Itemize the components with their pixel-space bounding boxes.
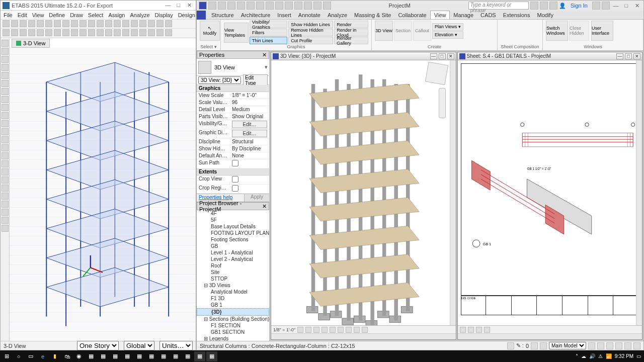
tool-button[interactable]	[37, 29, 44, 36]
menu-file[interactable]: File	[4, 12, 13, 18]
property-row[interactable]: Scale Value 1:96	[197, 99, 269, 106]
task-view-icon[interactable]: ▭	[25, 351, 36, 361]
browser-item[interactable]: {3D}	[197, 308, 269, 316]
side-tool[interactable]	[2, 185, 9, 192]
property-row[interactable]: DisciplineStructural	[197, 138, 269, 145]
tool-button[interactable]	[97, 20, 104, 27]
qat-open-icon[interactable]	[208, 2, 216, 10]
vcb-icon[interactable]	[468, 327, 474, 333]
side-tool[interactable]	[2, 112, 9, 119]
property-value[interactable]: Edit…	[232, 130, 267, 137]
viewcube[interactable]	[425, 62, 448, 85]
property-value[interactable]	[230, 159, 269, 168]
app-icon[interactable]: ▦	[86, 351, 97, 361]
visual-style-icon[interactable]	[305, 327, 311, 333]
tray-chevron-icon[interactable]: ˄	[576, 353, 578, 359]
tool-button[interactable]	[62, 20, 69, 27]
side-tool[interactable]	[2, 48, 9, 55]
tab-view[interactable]: View	[430, 11, 450, 19]
status-icon[interactable]	[633, 342, 640, 349]
tool-button[interactable]	[45, 20, 52, 27]
minimize-button[interactable]: —	[164, 2, 173, 8]
maximize-button[interactable]: □	[625, 53, 632, 59]
revit-3d-canvas[interactable]	[271, 60, 456, 325]
tab-analyze[interactable]: Analyze	[324, 11, 351, 19]
browser-item[interactable]: STTOP	[197, 276, 269, 282]
view-templates-button[interactable]: View Templates	[224, 23, 249, 43]
maximize-button[interactable]: □	[622, 3, 631, 9]
browser-item[interactable]: ⊟ Sections (Building Section)	[197, 316, 269, 322]
browser-item[interactable]: GB 1	[197, 302, 269, 308]
property-row[interactable]: View Scale1/8" = 1'-0"	[197, 92, 269, 99]
tab-extensions[interactable]: Extensions	[500, 11, 534, 19]
cut-profile-button[interactable]: Cut Profile	[288, 37, 333, 44]
menu-assign[interactable]: Assign	[108, 12, 125, 18]
user-interface-button[interactable]: User Interface	[591, 21, 613, 41]
tool-button[interactable]	[165, 20, 172, 27]
property-value[interactable]: Structural	[230, 138, 269, 145]
app-menu-button[interactable]	[199, 2, 207, 10]
crop-region-icon[interactable]	[338, 327, 344, 333]
side-tool[interactable]	[2, 217, 9, 224]
app-icon[interactable]: ▦	[182, 351, 193, 361]
app-icon[interactable]: ▦	[98, 351, 109, 361]
property-row[interactable]: Visibility/Graph…Edit…	[197, 120, 269, 129]
property-value[interactable]	[230, 175, 269, 184]
tool-button[interactable]	[88, 29, 95, 36]
status-icon[interactable]	[597, 342, 604, 349]
edit-type-button[interactable]: Edit Type	[243, 74, 268, 86]
favorite-icon[interactable]	[549, 2, 557, 10]
tab-manage[interactable]: Manage	[450, 11, 477, 19]
edge-icon[interactable]: e	[37, 351, 48, 361]
reveal-icon[interactable]	[362, 327, 368, 333]
side-tool[interactable]	[2, 104, 9, 111]
side-tool[interactable]	[2, 144, 9, 151]
app-icon[interactable]: ▦	[158, 351, 169, 361]
side-tool[interactable]	[2, 225, 9, 232]
thin-lines-button[interactable]: Thin Lines	[250, 37, 287, 44]
browser-item[interactable]: 5F	[197, 217, 269, 223]
minimize-button[interactable]: —	[616, 53, 623, 59]
status-icon[interactable]	[540, 342, 547, 349]
tool-button[interactable]	[131, 29, 138, 36]
maximize-button[interactable]: □	[174, 2, 183, 8]
tool-button[interactable]	[71, 20, 78, 27]
switch-windows-button[interactable]: Switch Windows	[546, 21, 568, 41]
tab-architecture[interactable]: Architecture	[237, 11, 274, 19]
scrollbar-vertical[interactable]	[450, 60, 456, 325]
browser-item[interactable]: Roof	[197, 262, 269, 269]
menu-select[interactable]: Select	[88, 12, 104, 18]
tool-button[interactable]	[139, 20, 146, 27]
status-icon[interactable]	[507, 342, 514, 349]
side-tool[interactable]	[2, 72, 9, 79]
menu-design[interactable]: Design	[178, 12, 195, 18]
qat-button[interactable]	[256, 2, 264, 10]
status-icon[interactable]	[624, 342, 631, 349]
menu-analyze[interactable]: Analyze	[130, 12, 149, 18]
browser-item[interactable]: Site	[197, 269, 269, 276]
qat-save-icon[interactable]	[218, 2, 226, 10]
property-row[interactable]: Crop Region Vi…	[197, 185, 269, 194]
tab-massing[interactable]: Massing & Site	[351, 11, 394, 19]
revit-taskbar-icon[interactable]: ▦	[206, 351, 217, 361]
app-icon[interactable]: ▦	[110, 351, 121, 361]
tool-button[interactable]	[156, 20, 164, 27]
side-tool[interactable]	[2, 80, 9, 87]
render-gallery-button[interactable]: Render Gallery	[334, 37, 368, 44]
property-value[interactable]: None	[230, 152, 269, 159]
tool-button[interactable]	[148, 29, 155, 36]
minimize-button[interactable]: —	[611, 3, 620, 9]
browser-item[interactable]: Base Layout Details	[197, 223, 269, 230]
browser-item[interactable]: ⊟ 3D Views	[197, 282, 269, 289]
subscription-icon[interactable]	[540, 2, 548, 10]
explorer-icon[interactable]: ▮	[49, 351, 60, 361]
tool-button[interactable]	[45, 29, 52, 36]
callout-button[interactable]: Callout	[413, 21, 431, 41]
app-icon[interactable]: ▦	[122, 351, 133, 361]
3d-view-button[interactable]: 3D View	[375, 21, 393, 41]
tool-button[interactable]	[37, 20, 44, 27]
browser-item[interactable]: GB1 SECTION	[197, 329, 269, 335]
tool-button[interactable]	[3, 29, 10, 36]
side-tool[interactable]	[2, 120, 9, 127]
menu-edit[interactable]: Edit	[18, 12, 27, 18]
